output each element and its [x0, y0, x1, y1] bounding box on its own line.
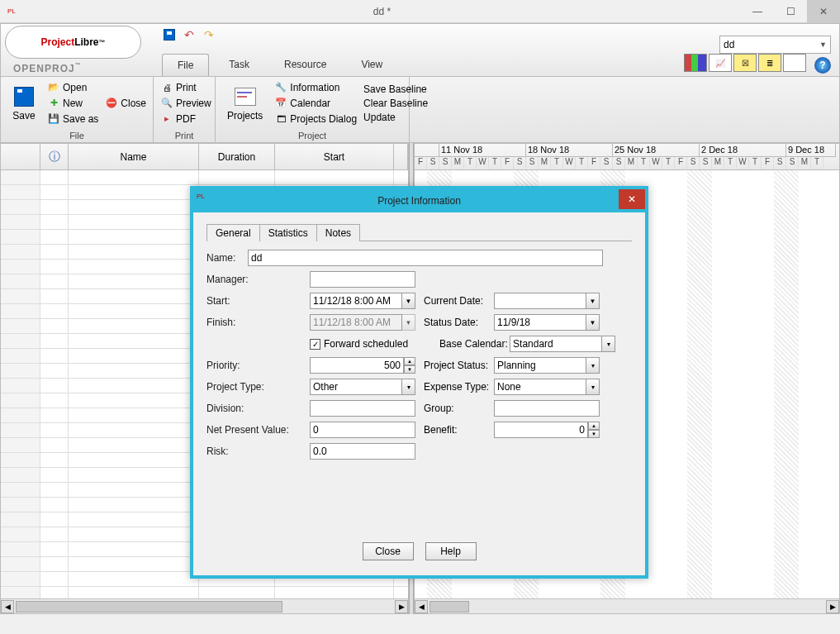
- ribbon-pdf-button[interactable]: ▸PDF: [159, 112, 213, 126]
- table-row[interactable]: [1, 170, 408, 185]
- manager-field[interactable]: [310, 271, 415, 288]
- project-status-combo[interactable]: [494, 357, 586, 374]
- calendar-icon: 📅: [274, 97, 287, 110]
- grid-header-info[interactable]: ⓘ: [40, 144, 69, 169]
- ribbon-save-baseline-button[interactable]: Save Baseline: [362, 83, 429, 95]
- label-risk: Risk:: [206, 446, 310, 457]
- ribbon-projects-button[interactable]: Projects: [221, 80, 269, 126]
- ribbon-open-button[interactable]: 📂Open: [45, 81, 100, 94]
- save-button[interactable]: [162, 27, 177, 42]
- projects-icon: [235, 88, 256, 106]
- close-window-button[interactable]: ✕: [807, 0, 840, 23]
- save-as-icon: 💾: [47, 112, 60, 126]
- dialog-titlebar[interactable]: PL Project Information ✕: [193, 189, 645, 212]
- minimize-button[interactable]: —: [741, 0, 774, 23]
- grid-header-index[interactable]: [1, 144, 40, 169]
- new-icon: ✚: [47, 97, 60, 110]
- dialog-help-btn[interactable]: Help: [425, 542, 477, 560]
- ribbon-information-button[interactable]: 🔧Information: [273, 81, 358, 94]
- undo-button[interactable]: ↶: [182, 27, 197, 42]
- project-selector-combo[interactable]: dd ▼: [719, 36, 831, 54]
- view-btn-2[interactable]: 📈: [709, 54, 732, 72]
- ribbon-saveas-button[interactable]: 💾Save as: [45, 112, 100, 126]
- current-date-field[interactable]: [494, 293, 586, 309]
- ribbon-save-button[interactable]: Save: [6, 80, 42, 126]
- ribbon-projects-dialog-button[interactable]: 🗔Projects Dialog: [273, 112, 358, 126]
- name-field[interactable]: [248, 250, 603, 266]
- benefit-field[interactable]: [494, 422, 588, 438]
- ribbon-group-file-label: File: [1, 129, 153, 142]
- ribbon-clear-baseline-button[interactable]: Clear Baseline: [362, 98, 429, 109]
- label-base-calendar: Base Calendar:: [439, 338, 510, 350]
- start-dropdown[interactable]: ▼: [402, 293, 415, 309]
- division-field[interactable]: [310, 400, 415, 417]
- status-date-dropdown[interactable]: ▼: [586, 314, 600, 331]
- grid-hscroll[interactable]: ◀ ▶: [1, 598, 408, 613]
- ribbon-new-button[interactable]: ✚New: [45, 97, 100, 110]
- timeline-day: W: [650, 157, 662, 170]
- expense-type-dropdown[interactable]: ▾: [586, 379, 600, 395]
- ribbon-update-button[interactable]: Update: [362, 112, 429, 123]
- benefit-spin-down[interactable]: ▼: [588, 430, 600, 438]
- forward-scheduled-checkbox[interactable]: ✓: [310, 339, 320, 350]
- start-field[interactable]: [310, 293, 402, 309]
- scroll-left-button[interactable]: ◀: [1, 600, 14, 613]
- ribbon-calendar-button[interactable]: 📅Calendar: [273, 97, 358, 110]
- view-btn-5[interactable]: [783, 54, 806, 72]
- label-forward: Forward scheduled: [324, 338, 408, 350]
- base-calendar-combo[interactable]: [510, 336, 602, 352]
- tab-statistics[interactable]: Statistics: [260, 224, 317, 241]
- gantt-hscroll[interactable]: ◀ ▶: [415, 598, 839, 613]
- tab-file[interactable]: File: [162, 54, 209, 76]
- tab-view[interactable]: View: [346, 54, 397, 76]
- table-row[interactable]: [1, 587, 408, 598]
- view-btn-1[interactable]: [684, 54, 707, 72]
- timeline-day: S: [774, 157, 786, 170]
- scroll-left-button[interactable]: ◀: [415, 600, 428, 613]
- label-project-status: Project Status:: [424, 360, 494, 371]
- priority-spin-down[interactable]: ▼: [404, 365, 415, 374]
- scroll-right-button[interactable]: ▶: [826, 600, 839, 613]
- risk-field[interactable]: [310, 443, 415, 460]
- project-status-dropdown[interactable]: ▾: [586, 357, 600, 374]
- redo-button[interactable]: ↷: [202, 27, 216, 42]
- ribbon-preview-button[interactable]: 🔍Preview: [159, 97, 213, 110]
- folder-open-icon: 📂: [47, 81, 60, 94]
- view-btn-4[interactable]: ≣: [758, 54, 781, 72]
- ribbon-print-button[interactable]: 🖨Print: [159, 81, 213, 94]
- scroll-right-button[interactable]: ▶: [395, 600, 408, 613]
- priority-spin-up[interactable]: ▲: [404, 357, 415, 365]
- grid-header-start[interactable]: Start: [275, 144, 394, 169]
- timeline-day: F: [501, 157, 514, 170]
- ribbon-group-project-label: Project: [216, 129, 409, 142]
- benefit-spin-up[interactable]: ▲: [588, 422, 600, 430]
- project-type-combo[interactable]: [310, 379, 402, 395]
- project-type-dropdown[interactable]: ▾: [402, 379, 415, 395]
- dialog-close-button[interactable]: ✕: [619, 189, 645, 209]
- tab-resource[interactable]: Resource: [269, 54, 341, 76]
- label-name: Name:: [206, 252, 248, 264]
- grid-header-duration[interactable]: Duration: [199, 144, 275, 169]
- group-field[interactable]: [494, 400, 600, 417]
- maximize-button[interactable]: ☐: [774, 0, 807, 23]
- timeline-day: S: [687, 157, 700, 170]
- timeline-day: S: [526, 157, 539, 170]
- tab-task[interactable]: Task: [214, 54, 264, 76]
- status-date-field[interactable]: [494, 314, 586, 331]
- priority-field[interactable]: [310, 357, 404, 374]
- scroll-thumb[interactable]: [16, 601, 282, 613]
- dialog-close-btn[interactable]: Close: [363, 542, 414, 560]
- tab-notes[interactable]: Notes: [317, 224, 360, 241]
- expense-type-combo[interactable]: [494, 379, 586, 395]
- scroll-thumb[interactable]: [429, 601, 469, 613]
- timeline-header: 11 Nov 1818 Nov 1825 Nov 182 Dec 189 Dec…: [415, 144, 839, 170]
- base-calendar-dropdown[interactable]: ▾: [602, 336, 615, 352]
- npv-field[interactable]: [310, 422, 415, 438]
- grid-header-name[interactable]: Name: [69, 144, 199, 169]
- timeline-day: F: [762, 157, 774, 170]
- current-date-dropdown[interactable]: ▼: [586, 293, 600, 309]
- tab-general[interactable]: General: [206, 224, 260, 241]
- view-btn-3[interactable]: ☒: [733, 54, 757, 72]
- ribbon-close-button[interactable]: ⛔Close: [103, 97, 148, 110]
- help-button[interactable]: ?: [814, 57, 831, 74]
